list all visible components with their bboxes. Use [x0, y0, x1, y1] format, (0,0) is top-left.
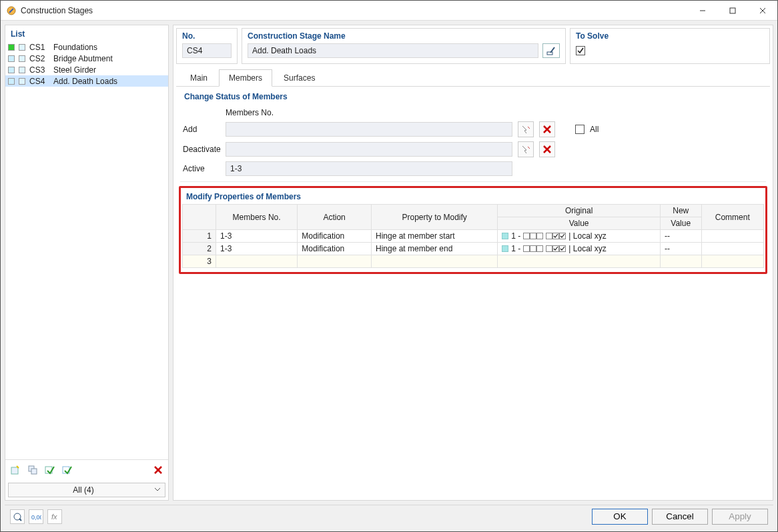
hinge-swatch-icon	[502, 233, 508, 239]
all-label: All	[590, 125, 599, 134]
svg-text:0,00: 0,00	[31, 514, 41, 521]
add-pick-button[interactable]	[518, 121, 534, 137]
cell-original-value[interactable]: 1 -| Local xyz	[498, 230, 661, 243]
copy-stage-button[interactable]	[25, 463, 40, 477]
deactivate-pick-button[interactable]	[518, 141, 534, 157]
right-panel: No. CS4 Construction Stage Name Add. Dea…	[173, 25, 773, 501]
svg-rect-12	[547, 52, 552, 55]
table-row[interactable]: 3	[183, 255, 764, 268]
col-comment: Comment	[701, 205, 764, 230]
col-members-no: Members No.	[216, 205, 298, 230]
function-button[interactable]: fx	[47, 509, 62, 524]
units-button[interactable]: 0,00	[29, 509, 43, 524]
cell-action[interactable]	[298, 255, 372, 268]
modify-table[interactable]: Members No. Action Property to Modify Or…	[182, 204, 764, 268]
all-checkbox[interactable]	[575, 125, 585, 134]
stage-color-swatch	[8, 67, 15, 73]
hinge-swatch-icon	[502, 245, 508, 252]
minimize-button[interactable]	[687, 1, 717, 20]
cell-property[interactable]	[371, 255, 497, 268]
no-input[interactable]: CS4	[182, 43, 232, 58]
apply-button[interactable]: Apply	[712, 509, 768, 525]
flag-checkbox-icon	[546, 245, 552, 252]
solve-box: To Solve	[570, 28, 770, 64]
table-row[interactable]: 11-3ModificationHinge at member start1 -…	[183, 230, 764, 243]
cell-new-value[interactable]: --	[660, 230, 701, 243]
stage-color-swatch	[8, 78, 15, 85]
check-green-button[interactable]	[43, 463, 57, 477]
stage-list-item[interactable]: CS2Bridge Abutment	[5, 53, 168, 64]
cell-members-no[interactable]: 1-3	[216, 230, 298, 243]
cell-members-no[interactable]	[216, 255, 298, 268]
new-stage-button[interactable]	[8, 463, 23, 477]
name-box: Construction Stage Name Add. Death Loads	[242, 28, 566, 64]
active-members-display: 1-3	[226, 161, 512, 176]
dialog-buttons: OK Cancel Apply	[592, 509, 768, 525]
row-number: 3	[183, 255, 216, 268]
name-input[interactable]: Add. Death Loads	[248, 43, 538, 58]
tab-members[interactable]: Members	[219, 69, 272, 87]
add-label: Add	[180, 125, 220, 134]
cell-comment[interactable]	[701, 230, 764, 243]
window: Construction Stages List CS1FoundationsC…	[0, 0, 778, 532]
stage-list-item[interactable]: CS1Foundations	[5, 41, 168, 53]
cell-action[interactable]: Modification	[298, 230, 372, 243]
cell-new-value[interactable]	[660, 255, 701, 268]
stage-list-item[interactable]: CS4Add. Death Loads	[5, 75, 168, 87]
cell-new-value[interactable]: --	[660, 243, 701, 255]
change-status-header: Change Status of Members	[180, 89, 766, 104]
help-button[interactable]	[10, 509, 25, 524]
cell-comment[interactable]	[701, 243, 764, 255]
flag-checkbox-icon	[546, 233, 552, 239]
cell-comment[interactable]	[701, 255, 764, 268]
stage-list[interactable]: CS1FoundationsCS2Bridge AbutmentCS3Steel…	[5, 41, 168, 459]
app-icon	[6, 5, 17, 16]
deactivate-clear-button[interactable]	[539, 141, 555, 157]
close-button[interactable]	[747, 1, 777, 20]
svg-rect-2	[730, 8, 735, 13]
stage-code: CS2	[29, 54, 49, 63]
edit-name-button[interactable]	[542, 43, 560, 58]
stage-name: Bridge Abutment	[53, 54, 113, 63]
maximize-button[interactable]	[717, 1, 747, 20]
delete-stage-button[interactable]	[151, 463, 165, 477]
solve-checkbox[interactable]	[576, 46, 585, 55]
tab-main[interactable]: Main	[180, 69, 218, 86]
add-clear-button[interactable]	[539, 121, 555, 137]
modify-properties-section: Modify Properties of Members Members No.…	[179, 186, 767, 274]
stage-secondary-swatch	[19, 67, 25, 73]
cancel-button[interactable]: Cancel	[652, 509, 708, 525]
add-members-input[interactable]	[226, 122, 512, 137]
deactivate-members-input[interactable]	[226, 142, 512, 157]
check-blue-button[interactable]	[60, 463, 75, 477]
flag-checkbox-icon	[523, 245, 530, 252]
cell-action[interactable]: Modification	[298, 243, 372, 255]
cell-original-value[interactable]	[498, 255, 661, 268]
row-number: 2	[183, 243, 216, 255]
cell-property[interactable]: Hinge at member end	[371, 243, 497, 255]
cell-original-value[interactable]: 1 -| Local xyz	[498, 243, 661, 255]
stage-list-item[interactable]: CS3Steel Girder	[5, 64, 168, 75]
stage-meta-row: No. CS4 Construction Stage Name Add. Dea…	[176, 28, 770, 67]
flag-checkbox-icon	[530, 245, 536, 252]
filter-combo[interactable]: All (4)	[8, 483, 165, 497]
name-value: Add. Death Loads	[252, 46, 316, 55]
list-header: List	[5, 25, 168, 41]
stage-name: Steel Girder	[53, 65, 96, 75]
flag-checkbox-icon	[536, 245, 543, 252]
ok-button[interactable]: OK	[592, 509, 648, 525]
stage-code: CS3	[29, 65, 49, 75]
tab-surfaces[interactable]: Surfaces	[274, 69, 325, 86]
flag-checkbox-icon	[559, 245, 566, 252]
col-orig-value-l1: Original	[498, 205, 661, 217]
cell-members-no[interactable]: 1-3	[216, 243, 298, 255]
modify-header: Modify Properties of Members	[182, 189, 764, 204]
flag-checkbox-icon	[552, 245, 559, 252]
active-members-value: 1-3	[230, 164, 242, 173]
stage-color-swatch	[8, 55, 15, 62]
stage-code: CS4	[29, 77, 49, 86]
orig-value-prefix: 1 -	[511, 231, 520, 241]
cell-property[interactable]: Hinge at member start	[371, 230, 497, 243]
table-row[interactable]: 21-3ModificationHinge at member end1 -| …	[183, 243, 764, 255]
list-footer: All (4)	[5, 480, 168, 500]
